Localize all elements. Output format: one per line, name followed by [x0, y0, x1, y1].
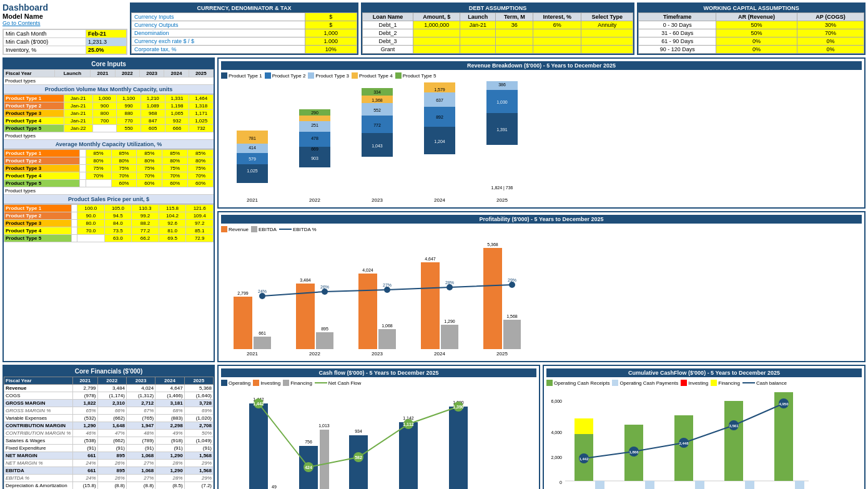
- pt3-vol-2022[interactable]: 880: [117, 110, 141, 117]
- pt4-price-2023[interactable]: 77.2: [132, 227, 159, 235]
- pt4-price-2024[interactable]: 81.0: [159, 227, 186, 235]
- exch-rate-value[interactable]: 1.000: [305, 37, 357, 46]
- pt3-cap-2023[interactable]: 75%: [137, 165, 162, 172]
- pt5-cap-2022[interactable]: 60%: [111, 180, 137, 187]
- pt2-price-2024[interactable]: 104.2: [159, 212, 186, 220]
- pt2-price-2025[interactable]: 109.4: [186, 212, 214, 220]
- grant-term[interactable]: [496, 46, 533, 54]
- pt2-vol-2023[interactable]: 1,089: [141, 102, 165, 110]
- pt3-cap-2024[interactable]: 75%: [162, 165, 188, 172]
- pt5-vol-2025[interactable]: 732: [189, 125, 214, 132]
- pt1-cap-2022[interactable]: 85%: [111, 150, 137, 157]
- currency-outputs-value[interactable]: $: [305, 21, 357, 29]
- debt1-term[interactable]: 36: [496, 21, 533, 29]
- wc-row3-ap[interactable]: 0%: [797, 37, 864, 46]
- pt4-cap-2024[interactable]: 70%: [162, 172, 188, 180]
- pt1-price-2024[interactable]: 115.8: [159, 205, 186, 212]
- debt3-launch[interactable]: [460, 37, 496, 46]
- pt4-cap-2021[interactable]: 70%: [86, 172, 111, 180]
- wc-row2-ap[interactable]: 70%: [797, 29, 864, 37]
- pt2-vol-2024[interactable]: 1,198: [165, 102, 189, 110]
- pt1-cap-2023[interactable]: 85%: [137, 150, 162, 157]
- pt2-vol-2021[interactable]: 900: [92, 102, 117, 110]
- pt3-vol-2023[interactable]: 968: [141, 110, 165, 117]
- pt4-price-2022[interactable]: 73.5: [104, 227, 132, 235]
- denomination-value[interactable]: 1,000: [305, 29, 357, 37]
- pt3-cap-2022[interactable]: 75%: [111, 165, 137, 172]
- pt5-cap-2024[interactable]: 60%: [162, 180, 188, 187]
- goto-contents-link[interactable]: Go to Contents: [2, 20, 127, 26]
- pt1-vol-2021[interactable]: 1,000: [92, 95, 117, 102]
- pt1-price-2021[interactable]: 100.0: [77, 205, 105, 212]
- pt2-cap-2021[interactable]: 80%: [86, 157, 111, 165]
- pt2-price-2022[interactable]: 94.5: [104, 212, 132, 220]
- pt2-price-2023[interactable]: 99.2: [132, 212, 159, 220]
- pt2-vol-2022[interactable]: 990: [117, 102, 141, 110]
- pt2-cap-2022[interactable]: 80%: [111, 157, 137, 165]
- pt3-vol-2025[interactable]: 1,171: [189, 110, 214, 117]
- pt5-vol-2022[interactable]: 550: [117, 125, 141, 132]
- pt2-cap-2023[interactable]: 80%: [137, 157, 162, 165]
- wc-row1-ar[interactable]: 50%: [716, 21, 797, 29]
- pt2-cap-2025[interactable]: 80%: [188, 157, 214, 165]
- pt2-cap-2024[interactable]: 80%: [162, 157, 188, 165]
- currency-inputs-value[interactable]: $: [305, 13, 357, 21]
- debt1-type[interactable]: Annuity: [581, 21, 633, 29]
- debt2-term[interactable]: [496, 29, 533, 37]
- pt4-vol-2021[interactable]: 700: [92, 117, 117, 125]
- pt1-price-2023[interactable]: 110.3: [132, 205, 159, 212]
- pt3-price-2025[interactable]: 97.2: [186, 220, 214, 227]
- grant-launch[interactable]: [460, 46, 496, 54]
- pt5-vol-2023[interactable]: 605: [141, 125, 165, 132]
- pt5-cap-2023[interactable]: 60%: [137, 180, 162, 187]
- pt3-vol-2024[interactable]: 1,065: [165, 110, 189, 117]
- debt3-interest[interactable]: [533, 37, 581, 46]
- inventory-pct-value[interactable]: 25.0%: [86, 46, 127, 54]
- pt2-launch[interactable]: Jan-21: [64, 102, 93, 110]
- debt2-amount[interactable]: [413, 29, 460, 37]
- pt1-cap-2025[interactable]: 85%: [188, 150, 214, 157]
- debt3-term[interactable]: [496, 37, 533, 46]
- debt2-launch[interactable]: [460, 29, 496, 37]
- pt4-cap-2023[interactable]: 70%: [137, 172, 162, 180]
- pt1-launch[interactable]: Jan-21: [64, 95, 93, 102]
- grant-interest[interactable]: [533, 46, 581, 54]
- corp-tax-value[interactable]: 10%: [305, 46, 357, 54]
- pt4-vol-2023[interactable]: 847: [141, 117, 165, 125]
- pt2-price-2021[interactable]: 90.0: [77, 212, 105, 220]
- pt4-vol-2024[interactable]: 932: [165, 117, 189, 125]
- pt3-vol-2021[interactable]: 800: [92, 110, 117, 117]
- pt5-vol-2024[interactable]: 666: [165, 125, 189, 132]
- debt3-type[interactable]: [581, 37, 633, 46]
- pt3-price-2023[interactable]: 88.2: [132, 220, 159, 227]
- pt4-vol-2022[interactable]: 770: [117, 117, 141, 125]
- debt3-amount[interactable]: [413, 37, 460, 46]
- pt3-cap-2021[interactable]: 75%: [86, 165, 111, 172]
- pt3-price-2024[interactable]: 92.6: [159, 220, 186, 227]
- pt2-vol-2025[interactable]: 1,318: [189, 102, 214, 110]
- min-cash-month-value[interactable]: Feb-21: [86, 30, 127, 38]
- pt1-vol-2025[interactable]: 1,464: [189, 95, 214, 102]
- wc-row3-ar[interactable]: 0%: [716, 37, 797, 46]
- wc-row4-ar[interactable]: 0%: [716, 46, 797, 54]
- debt1-launch[interactable]: Jan-21: [460, 21, 496, 29]
- pt1-vol-2023[interactable]: 1,210: [141, 95, 165, 102]
- pt4-launch[interactable]: Jan-21: [64, 117, 93, 125]
- pt4-cap-2022[interactable]: 70%: [111, 172, 137, 180]
- pt4-cap-2025[interactable]: 70%: [188, 172, 214, 180]
- grant-amount[interactable]: [413, 46, 460, 54]
- pt4-price-2021[interactable]: 70.0: [77, 227, 105, 235]
- pt4-vol-2025[interactable]: 1,025: [189, 117, 214, 125]
- pt1-price-2022[interactable]: 105.0: [104, 205, 132, 212]
- pt3-price-2021[interactable]: 80.0: [77, 220, 105, 227]
- wc-row2-ar[interactable]: 50%: [716, 29, 797, 37]
- pt3-launch[interactable]: Jan-21: [64, 110, 93, 117]
- debt1-amount[interactable]: 1,000,000: [413, 21, 460, 29]
- debt1-interest[interactable]: 6%: [533, 21, 581, 29]
- pt5-cap-2025[interactable]: 60%: [188, 180, 214, 187]
- wc-row1-ap[interactable]: 30%: [797, 21, 864, 29]
- pt5-launch[interactable]: Jan-22: [64, 125, 93, 132]
- wc-row4-ap[interactable]: 0%: [797, 46, 864, 54]
- pt1-vol-2022[interactable]: 1,100: [117, 95, 141, 102]
- pt1-cap-2021[interactable]: 85%: [86, 150, 111, 157]
